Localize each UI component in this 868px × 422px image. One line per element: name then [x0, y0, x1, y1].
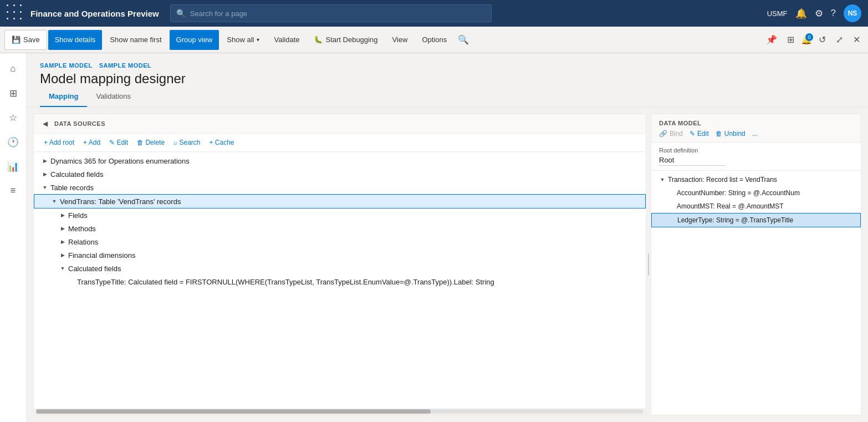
expand-icon[interactable]: ▼	[58, 264, 67, 273]
app-grid-icon[interactable]	[7, 4, 25, 23]
tree-item[interactable]: ▼ Calculated fields	[34, 262, 646, 275]
data-sources-tree: ▶ Dynamics 365 for Operations enumeratio…	[34, 152, 646, 408]
add-button[interactable]: + Add	[80, 137, 104, 148]
dm-tree-item[interactable]: ▼ Transaction: Record list = VendTrans	[651, 173, 861, 186]
unbind-icon: 🗑	[716, 130, 722, 138]
tree-item[interactable]: ▶ Dynamics 365 for Operations enumeratio…	[34, 154, 646, 167]
sidebar-workspaces-icon[interactable]: 📊	[2, 155, 24, 177]
help-icon[interactable]: ?	[831, 8, 836, 19]
dm-tree-item-ledgertype[interactable]: ▶ LedgerType: String = @.TransTypeTitle	[651, 213, 861, 227]
breadcrumb-part1: SAMPLE MODEL	[40, 62, 93, 69]
collapse-panel-button[interactable]: ◀	[40, 119, 50, 129]
breadcrumb-part2: SAMPLE MODEL	[99, 62, 152, 69]
top-nav-right: USMF 🔔 ⚙ ? NS	[767, 4, 861, 22]
data-sources-panel-header: ◀ DATA SOURCES	[34, 114, 646, 134]
expand-icon[interactable]: ▶	[40, 156, 49, 165]
options-button[interactable]: Options	[415, 30, 453, 50]
tree-item[interactable]: ▶ Methods	[34, 222, 646, 235]
layout-icon[interactable]: ⊞	[784, 32, 798, 47]
tree-item[interactable]: ▶ Financial dimensions	[34, 248, 646, 262]
expand-icon[interactable]: ▶	[58, 211, 67, 220]
show-all-button[interactable]: Show all ▾	[220, 30, 266, 50]
start-debugging-button[interactable]: 🐛 Start Debugging	[307, 30, 384, 50]
tree-item[interactable]: ▶ Calculated fields	[34, 167, 646, 181]
tree-item-trans-type-title[interactable]: ▶ TransTypeTitle: Calculated field = FIR…	[34, 275, 646, 288]
main-toolbar: 💾 Save Show details Show name first Grou…	[0, 27, 868, 53]
group-view-button[interactable]: Group view	[170, 30, 219, 50]
dm-tree-item[interactable]: ▶ AmountMST: Real = @.AmountMST	[651, 200, 861, 213]
dm-tree-item[interactable]: ▶ AccountNumber: String = @.AccountNum	[651, 186, 861, 200]
horizontal-scrollbar[interactable]	[34, 408, 646, 415]
expand-icon[interactable]: ▼	[40, 183, 49, 192]
tree-item-vendtrans[interactable]: ▼ VendTrans: Table 'VendTrans' records	[34, 194, 646, 209]
data-model-actions: 🔗 Bind ✎ Edit 🗑 Unbind ...	[659, 130, 853, 138]
tab-mapping[interactable]: Mapping	[40, 87, 87, 107]
cache-button[interactable]: + Cache	[206, 137, 237, 148]
data-sources-panel: ◀ DATA SOURCES + Add root + Add ✎ Edit 🗑…	[33, 114, 646, 415]
search-icon: 🔍	[176, 9, 186, 18]
notifications-icon[interactable]: 🔔	[795, 8, 807, 19]
show-name-first-button[interactable]: Show name first	[103, 30, 168, 50]
debug-icon: 🐛	[314, 35, 323, 44]
breadcrumb: SAMPLE MODEL SAMPLE MODEL	[40, 62, 855, 69]
settings-icon[interactable]: ⚙	[815, 8, 823, 19]
user-avatar[interactable]: NS	[844, 4, 861, 22]
add-root-button[interactable]: + Add root	[40, 137, 78, 148]
search-input[interactable]	[190, 9, 486, 18]
expand-icon[interactable]: ▼	[50, 197, 59, 206]
data-model-tree: ▼ Transaction: Record list = VendTrans ▶…	[651, 171, 861, 415]
data-sources-panel-title: DATA SOURCES	[54, 120, 105, 127]
more-button[interactable]: ...	[752, 130, 758, 138]
page-title: Model mapping designer	[40, 71, 855, 87]
edit-icon: ✎	[690, 130, 695, 138]
root-definition-label: Root definition	[659, 147, 853, 154]
page-header: SAMPLE MODEL SAMPLE MODEL Model mapping …	[27, 53, 868, 87]
tree-item[interactable]: ▶ Relations	[34, 235, 646, 248]
global-search-box[interactable]: 🔍	[170, 4, 492, 22]
validate-button[interactable]: Validate	[267, 30, 306, 50]
unbind-button[interactable]: 🗑 Unbind	[716, 130, 746, 138]
pin-icon[interactable]: 📌	[763, 32, 780, 47]
panel-splitter[interactable]	[646, 107, 651, 422]
scroll-track	[36, 409, 644, 414]
content-area: SAMPLE MODEL SAMPLE MODEL Model mapping …	[27, 53, 868, 422]
view-button[interactable]: View	[385, 30, 414, 50]
edit-dm-button[interactable]: ✎ Edit	[690, 130, 709, 138]
search-ds-button[interactable]: ⌕ Search	[170, 137, 203, 148]
bind-icon: 🔗	[659, 130, 667, 138]
company-code: USMF	[767, 9, 788, 18]
toolbar-search-icon[interactable]: 🔍	[455, 31, 472, 48]
open-new-icon[interactable]: ⤢	[833, 32, 846, 47]
expand-icon[interactable]: ▶	[40, 170, 49, 179]
badge-count: 0	[805, 33, 813, 41]
bind-button[interactable]: 🔗 Bind	[659, 130, 683, 138]
sidebar-favorites-icon[interactable]: ☆	[2, 106, 24, 129]
tree-item[interactable]: ▼ Table records	[34, 181, 646, 194]
tree-item[interactable]: ▶ Fields	[34, 209, 646, 222]
expand-icon[interactable]: ▶	[58, 251, 67, 260]
expand-icon[interactable]: ▶	[58, 224, 67, 233]
save-button[interactable]: 💾 Save	[4, 30, 47, 50]
edit-ds-button[interactable]: ✎ Edit	[106, 137, 131, 148]
top-navigation: Finance and Operations Preview 🔍 USMF 🔔 …	[0, 0, 868, 27]
notification-badge[interactable]: 🔔 0	[801, 34, 812, 45]
refresh-icon[interactable]: ↺	[815, 32, 829, 47]
sidebar-home-icon[interactable]: ⌂	[2, 58, 24, 80]
data-sources-toolbar: + Add root + Add ✎ Edit 🗑 Delete ⌕ Searc…	[34, 134, 646, 152]
scroll-thumb[interactable]	[36, 409, 431, 414]
data-model-title: DATA MODEL	[659, 120, 853, 126]
data-model-header: DATA MODEL 🔗 Bind ✎ Edit 🗑 Unbind	[651, 114, 861, 143]
tab-validations[interactable]: Validations	[87, 87, 140, 107]
sidebar-recent-icon[interactable]: 🕐	[2, 131, 24, 153]
main-layout: ⌂ ⊞ ☆ 🕐 📊 ≡ SAMPLE MODEL SAMPLE MODEL Mo…	[0, 53, 868, 422]
delete-button[interactable]: 🗑 Delete	[134, 137, 168, 148]
show-details-button[interactable]: Show details	[48, 30, 103, 50]
dm-expand-icon[interactable]: ▼	[658, 175, 667, 184]
expand-icon[interactable]: ▶	[58, 237, 67, 246]
close-icon[interactable]: ✕	[850, 32, 864, 47]
sidebar-modules-icon[interactable]: ≡	[2, 180, 24, 202]
sidebar-filter-icon[interactable]: ⊞	[2, 82, 24, 104]
toolbar-right-icons: 📌 ⊞ 🔔 0 ↺ ⤢ ✕	[763, 32, 864, 47]
data-model-panel: DATA MODEL 🔗 Bind ✎ Edit 🗑 Unbind	[651, 114, 861, 415]
save-icon: 💾	[12, 35, 21, 44]
